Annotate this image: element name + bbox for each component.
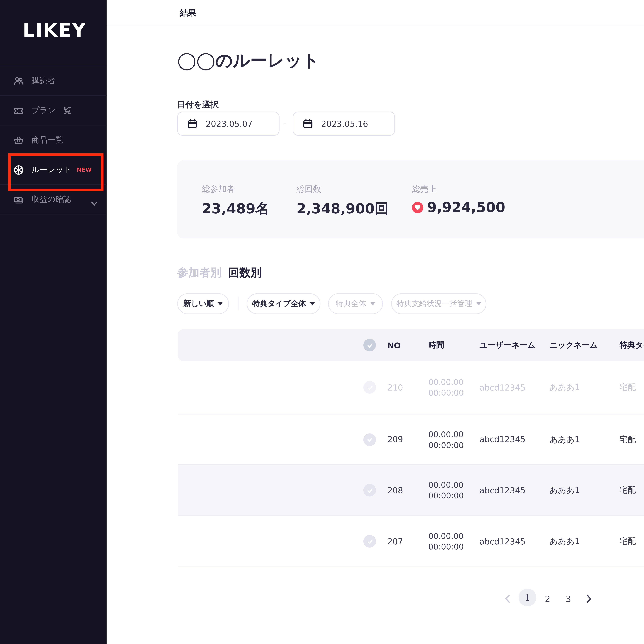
table-row: 210 00.00.0000:00:00 abcd12345 あああ1 宅配 食… — [178, 361, 644, 414]
table-row: 208 00.00.0000:00:00 abcd12345 あああ1 宅配 食… — [178, 465, 644, 516]
sidebar-item-roulette[interactable]: ルーレット NEW — [0, 155, 107, 185]
check-icon — [363, 381, 376, 394]
page-title: ◯◯のルーレット — [177, 49, 320, 72]
caret-down-icon — [310, 302, 315, 305]
sidebar-menu: 購読者 プラン一覧 — [0, 66, 107, 214]
cell-time: 00.00.0000:00:00 — [428, 516, 464, 567]
cell-benefit-type: 宅配 — [620, 465, 636, 515]
table-row: 209 00.00.0000:00:00 abcd12345 あああ1 宅配 食… — [178, 414, 644, 465]
cell-username: abcd12345 — [479, 465, 525, 515]
stat-label: 総参加者 — [202, 184, 235, 195]
stat-sales-number: 9,924,500 — [427, 199, 505, 215]
col-benefit-type: 特典タイプ — [620, 329, 644, 361]
sidebar-item-label: プラン一覧 — [32, 105, 71, 116]
cell-no: 210 — [387, 361, 403, 414]
benefit-all-label: 特典全体 — [336, 298, 366, 309]
cell-benefit-type: 宅配 — [620, 516, 636, 567]
cell-username: abcd12345 — [479, 361, 525, 414]
stat-label: 総売上 — [412, 184, 437, 195]
sidebar-item-products[interactable]: 商品一覧 — [0, 126, 107, 155]
likey-logo[interactable]: LIKEY — [23, 19, 86, 41]
row-checkbox[interactable] — [363, 465, 376, 515]
sort-dropdown[interactable]: 新しい順 — [177, 293, 229, 314]
row-checkbox[interactable] — [363, 361, 376, 414]
check-icon — [363, 433, 376, 446]
table-row: 207 00.00.0000:00:00 abcd12345 あああ1 宅配 食… — [178, 516, 644, 567]
ticket-icon — [13, 105, 24, 116]
pagination: 1 2 3 — [178, 589, 644, 609]
benefit-type-dropdown[interactable]: 特典タイプ全体 — [247, 293, 320, 314]
cell-time: 00.00.0000:00:00 — [428, 414, 464, 464]
sidebar: LIKEY 購読者 — [0, 0, 107, 644]
cell-no: 209 — [387, 414, 403, 464]
basket-icon — [13, 135, 24, 145]
col-username: ユーザーネーム — [479, 329, 535, 361]
stat-value: 2,348,900回 — [296, 199, 388, 218]
chevron-down-icon — [91, 197, 98, 202]
cell-no: 208 — [387, 465, 403, 515]
table-header: NO 時間 ユーザーネーム ニックネーム 特典タイプ 特典 確率 金額 特典支給… — [178, 329, 644, 361]
sort-label: 新しい順 — [183, 298, 214, 309]
cell-time: 00.00.0000:00:00 — [428, 465, 464, 515]
start-date-value: 2023.05.07 — [206, 119, 253, 128]
stats-panel: 総参加者 23,489名 総回数 2,348,900回 総売上 9,924,50… — [177, 160, 644, 238]
caret-down-icon — [476, 302, 481, 305]
date-filter-label: 日付を選択 — [177, 99, 218, 110]
caret-down-icon — [218, 302, 223, 305]
new-badge: NEW — [77, 167, 92, 173]
cell-username: abcd12345 — [479, 414, 525, 464]
cell-nickname: あああ1 — [549, 414, 580, 464]
end-date-input[interactable]: 2023.05.16 — [293, 112, 395, 136]
topbar: 結果 — [107, 0, 644, 25]
prev-page-button[interactable] — [502, 589, 512, 609]
sidebar-item-label: 商品一覧 — [32, 135, 63, 145]
date-range-separator: - — [284, 119, 287, 128]
sidebar-item-label: 購読者 — [32, 75, 55, 86]
money-icon — [13, 194, 24, 205]
check-icon — [363, 484, 376, 497]
stat-label: 総回数 — [296, 184, 321, 195]
app-window: LIKEY 購読者 — [0, 0, 644, 644]
sidebar-item-subscribers[interactable]: 購読者 — [0, 66, 107, 96]
col-nickname: ニックネーム — [549, 329, 598, 361]
sidebar-item-plans[interactable]: プラン一覧 — [0, 96, 107, 125]
page-button-1[interactable]: 1 — [519, 589, 536, 606]
page-button-3[interactable]: 3 — [563, 589, 573, 609]
col-no: NO — [387, 329, 401, 361]
cell-benefit-type: 宅配 — [620, 414, 636, 464]
start-date-input[interactable]: 2023.05.07 — [177, 112, 279, 136]
select-all-checkbox[interactable] — [363, 329, 376, 361]
caret-down-icon — [370, 302, 375, 305]
users-icon — [13, 75, 24, 86]
check-icon — [363, 535, 376, 548]
benefit-all-dropdown[interactable]: 特典全体 — [328, 293, 383, 314]
sidebar-item-label: 収益の確認 — [32, 194, 71, 205]
bulk-manage-label: 特典支給状況一括管理 — [396, 298, 472, 309]
divider — [238, 296, 239, 310]
tab-by-count[interactable]: 回数別 — [228, 265, 261, 280]
calendar-icon — [303, 119, 313, 129]
page-button-2[interactable]: 2 — [543, 589, 553, 609]
next-page-button[interactable] — [584, 589, 594, 609]
benefit-type-label: 特典タイプ全体 — [252, 298, 306, 309]
check-icon — [363, 339, 376, 351]
breadcrumb: 結果 — [180, 8, 196, 19]
sidebar-item-label: ルーレット — [32, 164, 72, 175]
cell-time: 00.00.0000:00:00 — [428, 361, 464, 414]
cell-nickname: あああ1 — [549, 465, 580, 515]
cell-no: 207 — [387, 516, 403, 567]
col-time: 時間 — [428, 329, 444, 361]
bulk-manage-dropdown[interactable]: 特典支給状況一括管理 — [391, 293, 486, 314]
cell-benefit-type: 宅配 — [620, 361, 636, 414]
end-date-value: 2023.05.16 — [321, 119, 368, 128]
sidebar-item-revenue[interactable]: 収益の確認 — [0, 185, 107, 214]
heart-coin-icon — [412, 202, 423, 213]
row-checkbox[interactable] — [363, 414, 376, 464]
tab-by-participant[interactable]: 参加者別 — [177, 265, 221, 280]
cell-nickname: あああ1 — [549, 516, 580, 567]
cell-nickname: あああ1 — [549, 361, 580, 414]
stat-value: 23,489名 — [202, 199, 269, 218]
cell-username: abcd12345 — [479, 516, 525, 567]
row-checkbox[interactable] — [363, 516, 376, 567]
stat-value: 9,924,500 — [412, 199, 505, 215]
